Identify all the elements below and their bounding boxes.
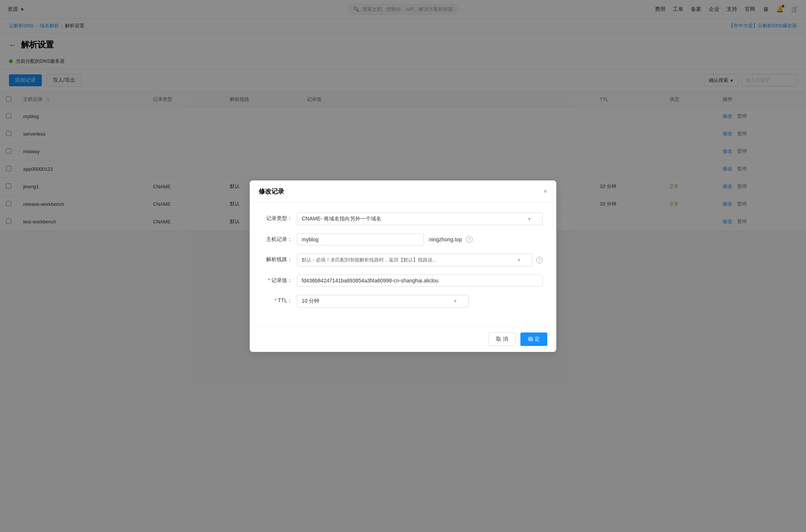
modal-body: 记录类型： CNAME- 将域名指向另外一个域名 ▾ 主机记录： .ningzh… xyxy=(250,202,556,231)
type-select-value: CNAME- 将域名指向另外一个域名 xyxy=(302,216,381,222)
type-select[interactable]: CNAME- 将域名指向另外一个域名 ▾ xyxy=(297,213,543,225)
type-label: 记录类型： xyxy=(263,213,297,222)
form-row-type: 记录类型： CNAME- 将域名指向另外一个域名 ▾ xyxy=(263,213,543,225)
modal-header: 修改记录 × xyxy=(250,180,556,202)
modal-title: 修改记录 xyxy=(259,187,284,196)
modal-overlay[interactable]: 修改记录 × 记录类型： CNAME- 将域名指向另外一个域名 ▾ 主机记录： xyxy=(0,0,806,231)
edit-record-modal: 修改记录 × 记录类型： CNAME- 将域名指向另外一个域名 ▾ 主机记录： xyxy=(250,180,556,231)
type-field: CNAME- 将域名指向另外一个域名 ▾ xyxy=(297,213,543,225)
type-select-arrow: ▾ xyxy=(528,216,530,222)
modal-close-button[interactable]: × xyxy=(543,188,547,195)
